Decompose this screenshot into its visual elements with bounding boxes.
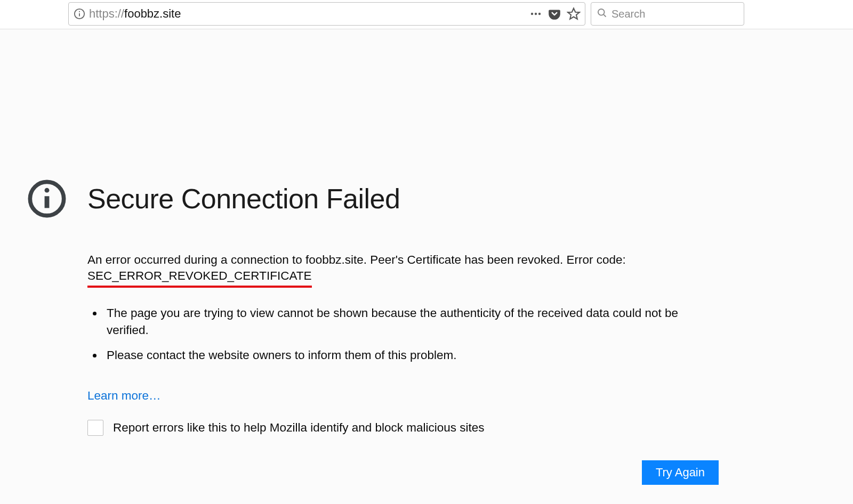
- bookmark-star-icon[interactable]: [567, 7, 581, 21]
- page-actions-icon[interactable]: [529, 7, 542, 20]
- error-message: An error occurred during a connection to…: [87, 252, 722, 288]
- list-item: The page you are trying to view cannot b…: [103, 305, 722, 339]
- list-item: Please contact the website owners to inf…: [103, 347, 722, 364]
- report-checkbox[interactable]: [87, 420, 103, 436]
- svg-point-3: [531, 13, 533, 15]
- search-icon: [597, 7, 607, 20]
- report-label: Report errors like this to help Mozilla …: [113, 421, 485, 435]
- svg-point-11: [45, 188, 50, 193]
- search-bar[interactable]: [591, 2, 744, 26]
- error-page: Secure Connection Failed An error occurr…: [0, 29, 853, 485]
- error-title: Secure Connection Failed: [87, 183, 400, 215]
- svg-point-5: [538, 13, 541, 15]
- url-domain: foobbz.site: [124, 7, 181, 20]
- info-icon: [27, 178, 67, 219]
- search-input[interactable]: [611, 8, 738, 20]
- browser-toolbar: https://foobbz.site: [0, 0, 853, 29]
- error-bullets: The page you are trying to view cannot b…: [103, 305, 722, 364]
- svg-point-7: [598, 9, 605, 15]
- svg-point-4: [535, 13, 537, 15]
- url-bar[interactable]: https://foobbz.site: [68, 2, 585, 26]
- url-actions: [529, 7, 581, 21]
- url-text[interactable]: https://foobbz.site: [89, 7, 529, 21]
- learn-more-link[interactable]: Learn more…: [87, 389, 161, 403]
- site-info-icon[interactable]: [73, 7, 86, 20]
- svg-line-8: [603, 14, 606, 17]
- svg-point-2: [79, 11, 80, 12]
- error-message-text: An error occurred during a connection to…: [87, 253, 626, 266]
- report-row: Report errors like this to help Mozilla …: [87, 420, 722, 436]
- pocket-icon[interactable]: [548, 7, 561, 21]
- error-code: SEC_ERROR_REVOKED_CERTIFICATE: [87, 268, 312, 287]
- url-scheme: https://: [89, 7, 124, 20]
- svg-marker-6: [568, 9, 580, 19]
- try-again-button[interactable]: Try Again: [642, 460, 719, 485]
